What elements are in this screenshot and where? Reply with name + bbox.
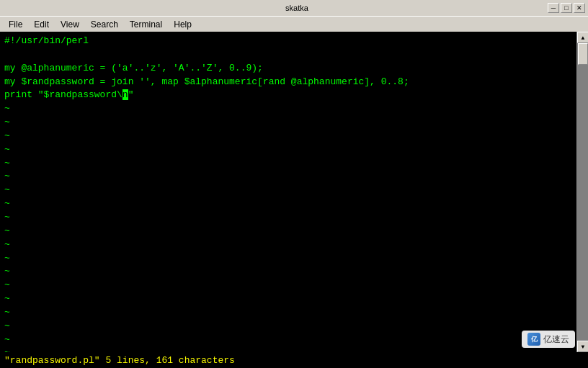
code-line-4: my $randpassword = join '', map $alphanu…: [4, 76, 572, 89]
tilde-line: ~: [4, 184, 572, 197]
menu-view[interactable]: View: [55, 18, 85, 31]
tilde-line: ~: [4, 320, 572, 333]
tilde-line: ~: [4, 252, 572, 266]
editor-container: #!/usr/bin/perl my @alphanumeric = ('a'.…: [0, 32, 588, 352]
code-line-5: print "$randpassword\n": [4, 89, 572, 102]
menu-bar: File Edit View Search Terminal Help: [0, 16, 588, 32]
scroll-down-button[interactable]: ▼: [577, 341, 588, 352]
menu-file[interactable]: File: [3, 18, 28, 31]
status-text: "randpassword.pl" 5 lines, 161 character…: [4, 355, 235, 366]
tilde-line: ~: [4, 157, 572, 171]
tilde-line: ~: [4, 211, 572, 225]
code-line-3: my @alphanumeric = ('a'..'z', 'A'..'Z', …: [4, 62, 572, 76]
scroll-up-button[interactable]: ▲: [577, 32, 588, 43]
menu-help[interactable]: Help: [168, 18, 197, 31]
menu-search[interactable]: Search: [85, 18, 124, 31]
editor-main[interactable]: #!/usr/bin/perl my @alphanumeric = ('a'.…: [0, 32, 576, 352]
scrollbar[interactable]: ▲ ▼: [576, 32, 588, 352]
watermark-text: 亿速云: [543, 333, 569, 346]
tilde-line: ~: [4, 238, 572, 252]
tilde-line: ~: [4, 170, 572, 184]
code-line-blank: [4, 48, 572, 62]
tilde-line: ~: [4, 292, 572, 306]
close-button[interactable]: ✕: [574, 3, 585, 13]
cursor: n: [122, 89, 128, 100]
title-bar-text: skatka: [46, 4, 548, 12]
title-bar: skatka ─ □ ✕: [0, 0, 588, 16]
tilde-line: ~: [4, 346, 572, 352]
tilde-line: ~: [4, 102, 572, 116]
menu-terminal[interactable]: Terminal: [124, 18, 168, 31]
tilde-line: ~: [4, 333, 572, 347]
code-line-1: #!/usr/bin/perl: [4, 35, 572, 48]
tilde-line: ~: [4, 265, 572, 279]
tilde-line: ~: [4, 279, 572, 292]
tilde-line: ~: [4, 116, 572, 130]
watermark-icon: 亿: [527, 333, 540, 346]
tilde-line: ~: [4, 197, 572, 211]
scrollbar-thumb[interactable]: [578, 43, 588, 65]
tilde-line: ~: [4, 225, 572, 238]
menu-edit[interactable]: Edit: [28, 18, 55, 31]
watermark: 亿 亿速云: [522, 331, 575, 348]
status-bar: "randpassword.pl" 5 lines, 161 character…: [0, 352, 588, 368]
tilde-line: ~: [4, 306, 572, 320]
maximize-button[interactable]: □: [561, 3, 572, 13]
minimize-button[interactable]: ─: [548, 3, 559, 13]
scrollbar-track[interactable]: [577, 43, 588, 341]
tilde-line: ~: [4, 130, 572, 143]
tilde-line: ~: [4, 143, 572, 157]
title-bar-controls: ─ □ ✕: [548, 3, 585, 13]
